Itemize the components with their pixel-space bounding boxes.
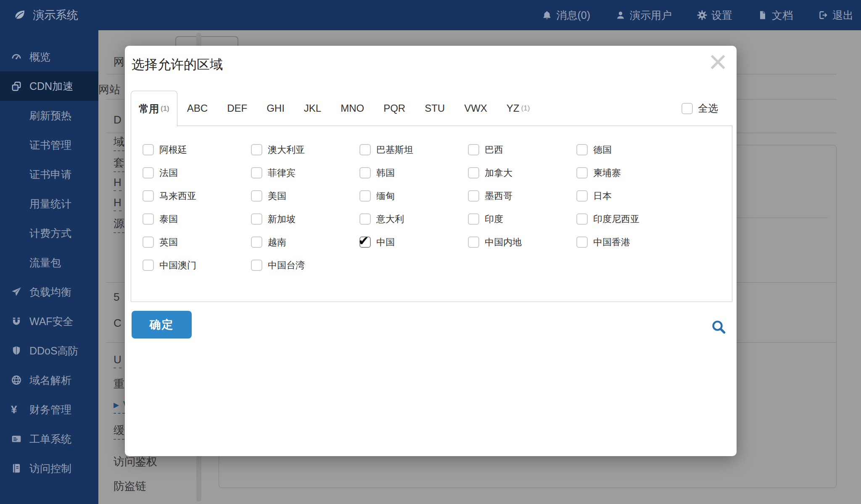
checkbox-icon[interactable] [143,144,154,155]
sidebar-item-9[interactable]: WAF安全 [0,307,98,336]
app-brand[interactable]: 演示系统 [0,8,78,23]
region-label: 日本 [593,190,612,202]
sidebar-item-7[interactable]: 流量包 [0,248,98,277]
region-option-22[interactable]: ✔中国 [359,236,468,249]
region-tabs: 常用(1)ABCDEFGHIJKLMNOPQRSTUVWXYZ(1) [131,91,539,126]
checkbox-icon[interactable] [143,236,154,248]
region-option-6[interactable]: 菲律宾 [251,167,359,179]
tab-GHI[interactable]: GHI [257,91,294,126]
region-option-18[interactable]: 印度 [468,213,576,226]
region-option-19[interactable]: 印度尼西亚 [576,213,685,226]
region-option-21[interactable]: 越南 [251,236,359,249]
sidebar-item-label: 证书管理 [29,138,71,152]
region-option-0[interactable]: 阿根廷 [143,144,251,156]
navbar-item-4[interactable]: 退出 [818,8,853,22]
tab-VWX[interactable]: VWX [454,91,497,126]
region-option-17[interactable]: 意大利 [359,213,468,226]
region-option-16[interactable]: 新加坡 [251,213,359,226]
checkbox-icon[interactable] [468,190,479,202]
tab-MNO[interactable]: MNO [331,91,374,126]
sidebar-item-13[interactable]: 工单系统 [0,424,98,454]
region-option-14[interactable]: 日本 [576,190,685,202]
checkbox-icon[interactable] [251,213,262,225]
region-option-9[interactable]: 柬埔寨 [576,167,685,179]
checkbox-icon[interactable] [359,213,371,225]
region-option-10[interactable]: 马来西亚 [143,190,251,202]
region-label: 法国 [159,167,178,179]
region-option-2[interactable]: 巴基斯坦 [359,144,468,156]
region-option-4[interactable]: 德国 [576,144,685,156]
tab-label: PQR [383,102,405,114]
navbar-item-0[interactable]: 消息(0) [542,8,590,22]
region-option-15[interactable]: 泰国 [143,213,251,226]
region-option-26[interactable]: 中国台湾 [251,259,359,272]
checkbox-icon[interactable] [251,144,262,155]
checkbox-icon[interactable] [143,213,154,225]
checkbox-icon[interactable] [359,167,371,178]
search-icon[interactable] [710,319,726,335]
tab-ABC[interactable]: ABC [177,91,217,126]
checkbox-icon[interactable] [576,190,588,202]
sidebar-item-11[interactable]: 域名解析 [0,365,98,395]
checkbox-icon[interactable] [468,213,479,225]
region-option-20[interactable]: 英国 [143,236,251,249]
shield-icon [11,345,22,356]
checkbox-icon[interactable] [576,167,588,178]
region-option-5[interactable]: 法国 [143,167,251,179]
checkbox-icon[interactable] [143,167,154,178]
checkbox-icon[interactable]: ✔ [359,236,371,248]
region-option-25[interactable]: 中国澳门 [143,259,251,272]
region-option-13[interactable]: 墨西哥 [468,190,576,202]
tab-JKL[interactable]: JKL [294,91,331,126]
checkbox-icon[interactable] [143,190,154,202]
tab-label: STU [425,102,445,114]
tab-PQR[interactable]: PQR [374,91,415,126]
checkbox-icon[interactable] [576,144,588,155]
checkbox-icon[interactable] [359,190,371,202]
navbar-item-2[interactable]: 设置 [697,8,732,22]
checkbox-icon[interactable] [468,167,479,178]
select-all-checkbox-icon[interactable] [681,103,693,114]
tab-常用[interactable]: 常用(1) [131,91,177,126]
tab-STU[interactable]: STU [415,91,454,126]
sidebar-item-8[interactable]: 负载均衡 [0,277,98,307]
region-option-24[interactable]: 中国香港 [576,236,685,249]
sidebar-item-6[interactable]: 计费方式 [0,218,98,248]
tab-DEF[interactable]: DEF [217,91,257,126]
region-option-3[interactable]: 巴西 [468,144,576,156]
close-icon[interactable]: × [709,44,727,79]
sidebar-item-4[interactable]: 证书申请 [0,160,98,189]
navbar-item-1[interactable]: 演示用户 [615,8,672,22]
checkbox-icon[interactable] [251,236,262,248]
checkbox-icon[interactable] [468,236,479,248]
region-label: 墨西哥 [485,190,512,202]
confirm-button[interactable]: 确定 [132,311,192,339]
checkbox-icon[interactable] [576,236,588,248]
checkbox-icon[interactable] [359,144,371,155]
checkbox-icon[interactable] [251,260,262,271]
navbar-item-3[interactable]: 文档 [758,8,793,22]
region-option-7[interactable]: 韩国 [359,167,468,179]
select-all-toggle[interactable]: 全选 [681,91,718,126]
tab-YZ[interactable]: YZ(1) [497,91,539,126]
sidebar-item-3[interactable]: 证书管理 [0,130,98,160]
sidebar-item-14[interactable]: 访问控制 [0,454,98,483]
checkbox-icon[interactable] [251,167,262,178]
region-option-23[interactable]: 中国内地 [468,236,576,249]
region-option-12[interactable]: 缅甸 [359,190,468,202]
sidebar-item-10[interactable]: DDoS高防 [0,336,98,365]
region-option-8[interactable]: 加拿大 [468,167,576,179]
region-option-11[interactable]: 美国 [251,190,359,202]
sidebar-item-label: 财务管理 [29,403,71,417]
sidebar-item-5[interactable]: 用量统计 [0,189,98,218]
sidebar-item-1[interactable]: CDN加速 [0,71,98,101]
checkbox-icon[interactable] [143,260,154,271]
checkbox-icon[interactable] [468,144,479,155]
region-option-1[interactable]: 澳大利亚 [251,144,359,156]
user-icon [615,10,626,20]
sidebar-item-12[interactable]: ¥财务管理 [0,395,98,424]
sidebar-item-2[interactable]: 刷新预热 [0,101,98,130]
checkbox-icon[interactable] [251,190,262,202]
sidebar-item-0[interactable]: 概览 [0,42,98,71]
checkbox-icon[interactable] [576,213,588,225]
